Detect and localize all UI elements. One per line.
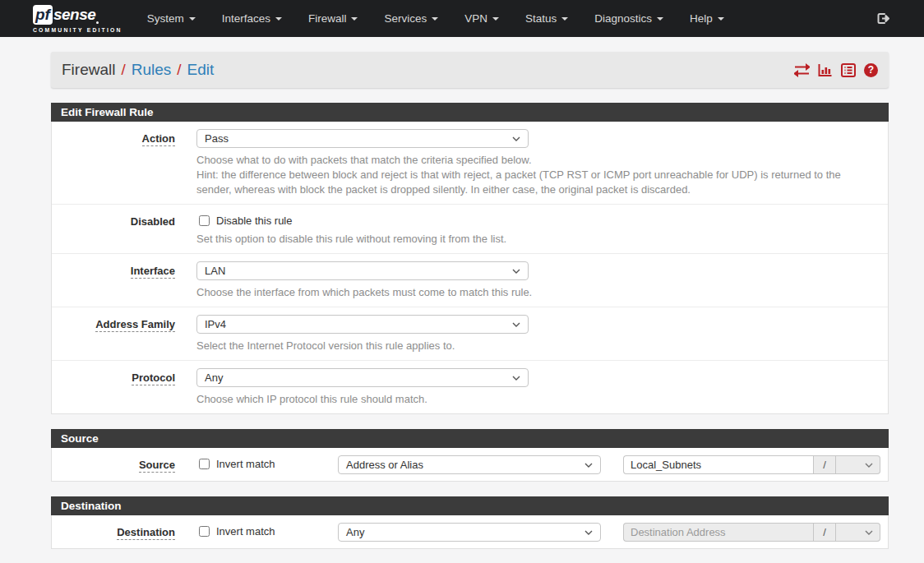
interface-select-value: LAN [205,265,225,277]
interface-select[interactable]: LAN [196,261,529,280]
panel-destination: Destination Destination Invert match Any [51,496,889,549]
breadcrumb-separator: / [177,61,181,79]
registered-mark [96,21,99,24]
address-family-help: Select the Internet Protocol version thi… [196,339,862,353]
breadcrumb: Firewall / Rules / Edit [62,61,214,79]
source-invert-label[interactable]: Invert match [216,458,275,470]
address-family-select[interactable]: IPv4 [196,315,529,334]
breadcrumb-section: Firewall [62,61,115,79]
chevron-down-icon [865,463,873,468]
nav-item-system[interactable]: System [134,0,209,37]
help-icon[interactable]: ? [864,63,878,77]
caret-down-icon [275,17,282,21]
chevron-down-icon [584,463,593,468]
action-select[interactable]: Pass [196,129,529,148]
breadcrumb-link-edit[interactable]: Edit [187,61,215,79]
nav-item-status[interactable]: Status [512,0,581,37]
nav-menu: System Interfaces Firewall Services VPN … [134,0,737,37]
interface-label: Interface [52,261,196,300]
chevron-down-icon [512,322,520,327]
mask-separator: / [813,523,836,542]
row-source: Source Invert match Address or Alias / [52,448,888,481]
pfsense-logo[interactable]: pf sense COMMUNITY EDITION [33,5,122,33]
chevron-down-icon [865,530,873,535]
sign-out-icon[interactable] [875,11,891,26]
logo-sense: sense [53,7,95,22]
protocol-select-value: Any [205,371,223,384]
caret-down-icon [432,17,438,21]
panel-edit-firewall-rule: Edit Firewall Rule Action Pass Choose wh… [51,103,889,414]
interface-help: Choose the interface from which packets … [196,285,862,300]
destination-invert-checkbox[interactable] [199,526,210,537]
source-label: Source [52,455,196,474]
source-type-value: Address or Alias [346,459,423,471]
row-address-family: Address Family IPv4 Select the Internet … [52,307,888,361]
logo-pf: pf [33,5,53,25]
row-protocol: Protocol Any Choose which IP protocol th… [52,361,888,413]
page-header-icons: ? [794,63,878,77]
breadcrumb-separator: / [121,61,125,79]
disabled-label: Disabled [52,212,196,247]
log-list-icon[interactable] [841,63,856,77]
source-type-select[interactable]: Address or Alias [338,455,601,474]
caret-down-icon [718,17,724,21]
top-navbar: pf sense COMMUNITY EDITION System Interf… [0,0,924,37]
nav-item-services[interactable]: Services [371,0,451,37]
panel-title: Destination [51,496,889,515]
action-select-value: Pass [205,132,229,145]
panel-source: Source Source Invert match Address or Al… [51,429,889,482]
nav-item-help[interactable]: Help [677,0,737,37]
destination-type-value: Any [346,526,364,538]
row-action: Action Pass Choose what to do with packe… [52,122,888,205]
row-interface: Interface LAN Choose the interface from … [52,254,888,307]
disable-rule-checkbox[interactable] [199,215,210,226]
row-destination: Destination Invert match Any / [52,515,888,548]
chevron-down-icon [584,530,593,535]
caret-down-icon [351,17,358,21]
address-family-label: Address Family [52,315,196,353]
chevron-down-icon [512,136,520,141]
caret-down-icon [492,17,499,21]
chevron-down-icon [512,376,520,381]
destination-invert-label[interactable]: Invert match [216,525,275,538]
source-mask-select[interactable] [836,455,880,474]
destination-label: Destination [52,523,196,542]
source-invert-checkbox[interactable] [199,459,210,469]
chart-icon[interactable] [818,63,833,77]
breadcrumb-bar: Firewall / Rules / Edit [51,52,889,88]
panel-title: Edit Firewall Rule [51,103,889,122]
action-help: Choose what to do with packets that matc… [196,153,862,197]
logo-edition: COMMUNITY EDITION [33,27,122,33]
protocol-help: Choose which IP protocol this rule shoul… [196,392,862,407]
caret-down-icon [189,17,196,21]
address-family-select-value: IPv4 [205,318,226,330]
caret-down-icon [657,17,663,21]
source-address-input[interactable] [623,455,813,474]
nav-item-firewall[interactable]: Firewall [295,0,372,37]
mask-separator: / [813,455,836,474]
nav-item-diagnostics[interactable]: Diagnostics [581,0,677,37]
nav-item-vpn[interactable]: VPN [451,0,512,37]
chevron-down-icon [512,269,520,274]
destination-mask-select[interactable] [836,523,880,542]
destination-type-select[interactable]: Any [338,523,601,542]
destination-address-input[interactable] [623,523,813,542]
breadcrumb-link-rules[interactable]: Rules [132,61,172,79]
protocol-select[interactable]: Any [196,368,529,387]
action-label: Action [52,129,196,197]
disable-rule-checkbox-label[interactable]: Disable this rule [216,215,293,227]
caret-down-icon [561,17,568,21]
sliders-icon[interactable] [794,63,810,77]
protocol-label: Protocol [52,368,196,407]
row-disabled: Disabled Disable this rule Set this opti… [52,205,888,254]
nav-item-interfaces[interactable]: Interfaces [209,0,295,37]
disabled-help: Set this option to disable this rule wit… [196,232,862,247]
panel-title: Source [51,429,889,448]
